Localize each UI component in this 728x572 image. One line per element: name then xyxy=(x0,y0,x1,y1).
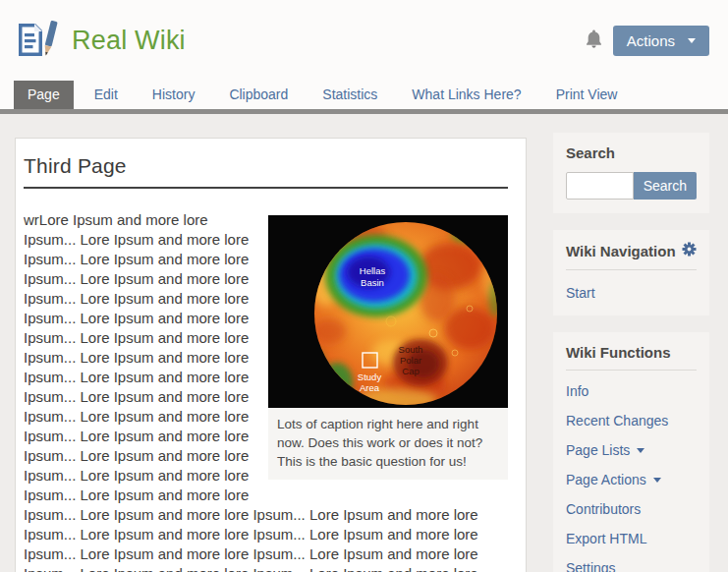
article-text-line: Ipsum... Lore Ipsum and more lore Ipsum.… xyxy=(24,525,508,544)
wiki-navigation-panel: Wiki Navigation xyxy=(553,230,709,315)
study-area-label-line2: Area xyxy=(360,382,380,393)
sidebar-function-link[interactable]: Page Actions xyxy=(566,472,661,487)
search-button[interactable]: Search xyxy=(634,172,697,200)
south-polar-cap-label-line1: South xyxy=(399,344,423,355)
sidebar-function-link-label: Page Lists xyxy=(566,442,630,458)
tab-statistics[interactable]: Statistics xyxy=(308,81,391,109)
article-text-line: Ipsum... Lore Ipsum and more lore Ipsum.… xyxy=(24,544,508,564)
article-text-line: Ipsum... Lore Ipsum and more lore xyxy=(24,486,268,505)
chevron-down-icon xyxy=(653,478,661,483)
gear-icon[interactable] xyxy=(682,242,697,260)
chevron-down-icon xyxy=(688,38,696,43)
tab-what-links-here[interactable]: What Links Here? xyxy=(398,81,534,109)
mars-figure: Hellas Basin South Polar Cap Study Area … xyxy=(268,215,508,505)
wiki-functions-links: Info Recent Changes Page Lists Page Acti… xyxy=(566,382,697,572)
app-header: Real Wiki Actions xyxy=(0,0,728,81)
notifications-bell-icon[interactable] xyxy=(585,29,603,53)
mars-topography-image: Hellas Basin South Polar Cap Study Area xyxy=(268,215,508,408)
article-text-line: Ipsum... Lore Ipsum and more lore xyxy=(24,348,268,368)
sidebar-function-link-label: Info xyxy=(566,383,588,399)
sidebar-function-link[interactable]: Export HTML xyxy=(566,531,646,546)
wiki-navigation-links: Start xyxy=(566,284,697,302)
tab-page[interactable]: Page xyxy=(14,81,74,109)
sidebar-nav-link-label: Start xyxy=(566,285,595,301)
article-text-line: Ipsum... Lore Ipsum and more lore xyxy=(24,387,268,407)
wiki-document-pencil-icon xyxy=(14,17,59,64)
article-text-line: Ipsum... Lore Ipsum and more lore xyxy=(24,250,268,269)
sidebar-function-link-label: Page Actions xyxy=(566,472,646,487)
hellas-basin-label-line2: Basin xyxy=(361,277,384,288)
sidebar-function-link-label: Contributors xyxy=(566,501,641,517)
chevron-down-icon xyxy=(637,448,644,453)
sidebar-function-link[interactable]: Page Lists xyxy=(566,442,644,458)
wiki-navigation-title: Wiki Navigation xyxy=(566,243,676,259)
article-card: Third Page wrLore Ipsum and more lore Ip… xyxy=(15,138,527,572)
search-panel-title: Search xyxy=(566,144,697,161)
article-text-line: Ipsum... Lore Ipsum and more lore Ipsum.… xyxy=(24,564,508,572)
sidebar-function-link[interactable]: Recent Changes xyxy=(566,413,668,429)
search-input[interactable] xyxy=(566,172,634,200)
sidebar-function-link-label: Export HTML xyxy=(566,531,646,546)
article-text-line: Ipsum... Lore Ipsum and more lore xyxy=(24,368,268,387)
sidebar-function-link-label: Settings xyxy=(566,560,616,572)
south-polar-cap-label-line3: Cap xyxy=(402,366,419,376)
sidebar: Search Search Wiki Navigation xyxy=(553,133,709,572)
actions-button-label: Actions xyxy=(627,32,675,49)
search-panel: Search Search xyxy=(553,133,709,213)
article-text-line: Ipsum... Lore Ipsum and more lore xyxy=(24,328,268,348)
article-text-line: Ipsum... Lore Ipsum and more lore xyxy=(24,269,268,289)
article-text-line: Ipsum... Lore Ipsum and more lore Ipsum.… xyxy=(24,505,508,525)
article-text-line: wrLore Ipsum and more lore xyxy=(24,210,268,230)
tab-clipboard[interactable]: Clipboard xyxy=(215,81,302,109)
study-area-label-line1: Study xyxy=(358,372,382,382)
wiki-functions-panel: Wiki Functions Info Recent Changes Page … xyxy=(553,332,709,572)
article-text-line: Ipsum... Lore Ipsum and more lore xyxy=(24,446,268,466)
wiki-functions-title: Wiki Functions xyxy=(566,344,671,361)
tab-bar: Page Edit History Clipboard Statistics W… xyxy=(0,81,728,109)
hellas-basin-label-line1: Hellas xyxy=(360,265,386,276)
sidebar-function-link-label: Recent Changes xyxy=(566,413,668,429)
article-text-full-width: Ipsum... Lore Ipsum and more lore Ipsum.… xyxy=(24,505,508,572)
article-text-line: Ipsum... Lore Ipsum and more lore xyxy=(24,230,268,250)
sidebar-function-link[interactable]: Settings xyxy=(566,560,616,572)
sidebar-function-link[interactable]: Info xyxy=(566,383,588,399)
sidebar-function-link[interactable]: Contributors xyxy=(566,501,641,517)
tab-print-view[interactable]: Print View xyxy=(542,81,632,109)
app-logo-home-link[interactable]: Real Wiki xyxy=(14,17,186,64)
tab-edit[interactable]: Edit xyxy=(81,81,132,109)
panel-divider xyxy=(566,370,697,371)
article-text-column: wrLore Ipsum and more lore Ipsum... Lore… xyxy=(24,210,268,505)
figure-caption: Lots of caption right here and right now… xyxy=(268,408,508,480)
tab-history[interactable]: History xyxy=(139,81,209,109)
article-text-line: Ipsum... Lore Ipsum and more lore xyxy=(24,427,268,446)
page-title: Third Page xyxy=(24,154,508,189)
article-text-line: Ipsum... Lore Ipsum and more lore xyxy=(24,466,268,486)
article-text-line: Ipsum... Lore Ipsum and more lore xyxy=(24,309,268,328)
app-title: Real Wiki xyxy=(72,26,186,56)
sidebar-nav-link[interactable]: Start xyxy=(566,285,595,301)
article-text-line: Ipsum... Lore Ipsum and more lore xyxy=(24,289,268,309)
panel-divider xyxy=(566,269,697,270)
south-polar-cap-label-line2: Polar xyxy=(400,355,421,366)
article-text-line: Ipsum... Lore Ipsum and more lore xyxy=(24,407,268,427)
actions-button[interactable]: Actions xyxy=(613,26,709,56)
